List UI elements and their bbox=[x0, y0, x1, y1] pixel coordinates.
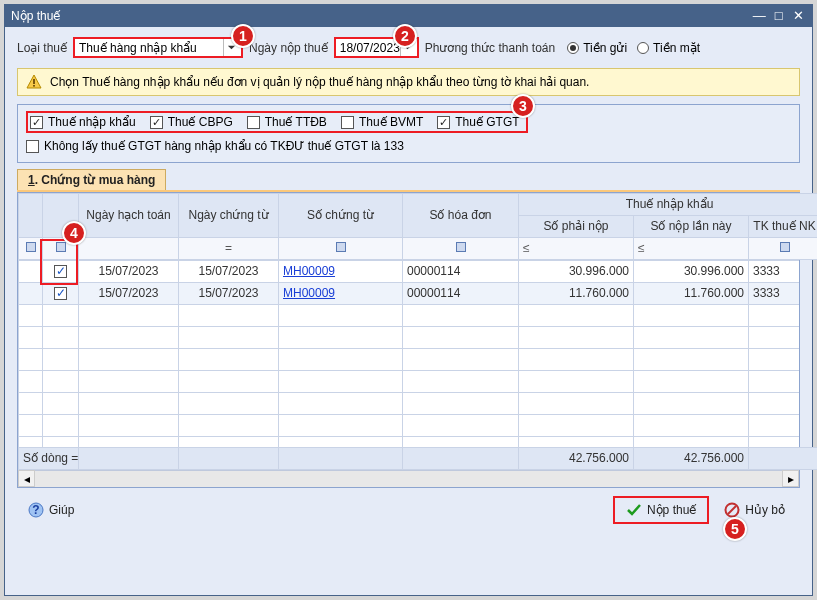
step-badge-2: 2 bbox=[393, 24, 417, 48]
radio-icon bbox=[637, 42, 649, 54]
table-row[interactable] bbox=[19, 392, 800, 414]
radio-cash[interactable]: Tiền mặt bbox=[637, 41, 700, 55]
submit-tax-button[interactable]: Nộp thuế bbox=[617, 498, 705, 522]
payment-date-value: 18/07/2023 bbox=[340, 41, 400, 55]
row-checkbox[interactable]: ✓ bbox=[54, 265, 67, 278]
svg-rect-0 bbox=[33, 79, 35, 84]
col-doc-date[interactable]: Ngày chứng từ bbox=[179, 193, 279, 237]
step-badge-4: 4 bbox=[62, 221, 86, 245]
tab-purchase-docs[interactable]: 1. Chứng từ mua hàng bbox=[17, 169, 166, 190]
radio-wire-transfer[interactable]: Tiền gửi bbox=[567, 41, 627, 55]
col-invoice-no[interactable]: Số hóa đơn bbox=[403, 193, 519, 237]
radio-cash-label: Tiền mặt bbox=[653, 41, 700, 55]
help-button[interactable]: ? Giúp bbox=[19, 498, 83, 522]
checkbox-icon bbox=[437, 116, 450, 129]
tax-options-panel: Thuế nhập khẩu Thuế CBPG Thuế TTĐB Thuế … bbox=[17, 104, 800, 163]
col-row-selector bbox=[19, 193, 43, 237]
checkbox-icon bbox=[30, 116, 43, 129]
table-row[interactable]: ✓ 15/07/2023 15/07/2023 MH00009 00000114… bbox=[19, 282, 800, 304]
tax-type-select[interactable]: Thuế hàng nhập khẩu bbox=[73, 37, 243, 58]
doc-link[interactable]: MH00009 bbox=[283, 264, 335, 278]
table-row[interactable] bbox=[19, 370, 800, 392]
tax-payment-window: Nộp thuế — □ ✕ 1 2 3 4 5 Loại thuế Thuế … bbox=[4, 4, 813, 596]
doc-link[interactable]: MH00009 bbox=[283, 286, 335, 300]
check-icon bbox=[626, 502, 642, 518]
checkbox-import-tax[interactable]: Thuế nhập khẩu bbox=[30, 115, 136, 129]
window-controls: — □ ✕ bbox=[751, 9, 806, 23]
step-badge-5: 5 bbox=[723, 517, 747, 541]
table-row[interactable] bbox=[19, 436, 800, 447]
checkbox-bvmt-tax[interactable]: Thuế BVMT bbox=[341, 115, 423, 129]
col-payable[interactable]: Số phải nộp bbox=[519, 215, 634, 237]
horizontal-scrollbar[interactable]: ◂ ▸ bbox=[18, 470, 799, 487]
filter-row[interactable]: = ≤ ≤ bbox=[19, 237, 818, 259]
payment-method-radio-group: Tiền gửi Tiền mặt bbox=[567, 41, 700, 55]
warning-icon bbox=[26, 74, 42, 90]
sum-payable: 42.756.000 bbox=[519, 447, 634, 469]
sum-pay-now: 42.756.000 bbox=[634, 447, 749, 469]
table-row[interactable] bbox=[19, 326, 800, 348]
payment-method-label: Phương thức thanh toán bbox=[425, 41, 555, 55]
radio-icon bbox=[567, 42, 579, 54]
table-row[interactable] bbox=[19, 414, 800, 436]
checkbox-icon bbox=[26, 140, 39, 153]
help-icon: ? bbox=[28, 502, 44, 518]
table-row[interactable] bbox=[19, 348, 800, 370]
close-button[interactable]: ✕ bbox=[790, 9, 806, 23]
checkbox-ttdb-tax[interactable]: Thuế TTĐB bbox=[247, 115, 327, 129]
table-row[interactable]: ✓ 15/07/2023 15/07/2023 MH00009 00000114… bbox=[19, 260, 800, 282]
col-doc-no[interactable]: Số chứng từ bbox=[279, 193, 403, 237]
maximize-button[interactable]: □ bbox=[771, 9, 787, 23]
checkbox-icon bbox=[247, 116, 260, 129]
svg-text:?: ? bbox=[32, 503, 39, 517]
tax-checkbox-row: Thuế nhập khẩu Thuế CBPG Thuế TTĐB Thuế … bbox=[26, 111, 528, 133]
tax-type-label: Loại thuế bbox=[17, 41, 67, 55]
checkbox-gtgt-tax[interactable]: Thuế GTGT bbox=[437, 115, 519, 129]
row-count: Số dòng = 2 bbox=[19, 447, 79, 469]
info-bar: Chọn Thuế hàng nhập khẩu nếu đơn vị quản… bbox=[17, 68, 800, 96]
documents-grid: Ngày hạch toán Ngày chứng từ Số chứng từ… bbox=[17, 192, 800, 488]
action-bar: ? Giúp Nộp thuế Hủy bỏ bbox=[17, 488, 800, 528]
grid-footer-table: Số dòng = 2 42.756.000 42.756.000 bbox=[18, 447, 817, 470]
step-badge-1: 1 bbox=[231, 24, 255, 48]
checkbox-cbpg-tax[interactable]: Thuế CBPG bbox=[150, 115, 233, 129]
window-title: Nộp thuế bbox=[11, 9, 60, 23]
svg-line-5 bbox=[728, 506, 736, 514]
checkbox-exclude-gtgt-133[interactable]: Không lấy thuế GTGT hàng nhập khẩu có TK… bbox=[26, 139, 404, 153]
minimize-button[interactable]: — bbox=[751, 9, 767, 23]
checkbox-icon bbox=[150, 116, 163, 129]
scroll-left-icon[interactable]: ◂ bbox=[18, 470, 35, 487]
radio-wire-label: Tiền gửi bbox=[583, 41, 627, 55]
payment-date-label: Ngày nộp thuế bbox=[249, 41, 328, 55]
table-row[interactable] bbox=[19, 304, 800, 326]
grid-header-table: Ngày hạch toán Ngày chứng từ Số chứng từ… bbox=[18, 193, 817, 260]
col-tax-account[interactable]: TK thuế NK bbox=[749, 215, 818, 237]
svg-rect-1 bbox=[33, 85, 35, 87]
grid-body-table: ✓ 15/07/2023 15/07/2023 MH00009 00000114… bbox=[18, 260, 799, 447]
col-pay-now[interactable]: Số nộp lần này bbox=[634, 215, 749, 237]
scroll-right-icon[interactable]: ▸ bbox=[782, 470, 799, 487]
cancel-icon bbox=[724, 502, 740, 518]
info-text: Chọn Thuế hàng nhập khẩu nếu đơn vị quản… bbox=[50, 75, 589, 89]
col-posting-date[interactable]: Ngày hạch toán bbox=[79, 193, 179, 237]
checkbox-icon bbox=[341, 116, 354, 129]
cancel-button[interactable]: Hủy bỏ bbox=[715, 498, 794, 522]
tab-strip: 1. Chứng từ mua hàng bbox=[17, 169, 800, 192]
col-group-import-tax: Thuế nhập khẩu bbox=[519, 193, 818, 215]
row-checkbox[interactable]: ✓ bbox=[54, 287, 67, 300]
step-badge-3: 3 bbox=[511, 94, 535, 118]
tax-type-value: Thuế hàng nhập khẩu bbox=[79, 41, 197, 55]
